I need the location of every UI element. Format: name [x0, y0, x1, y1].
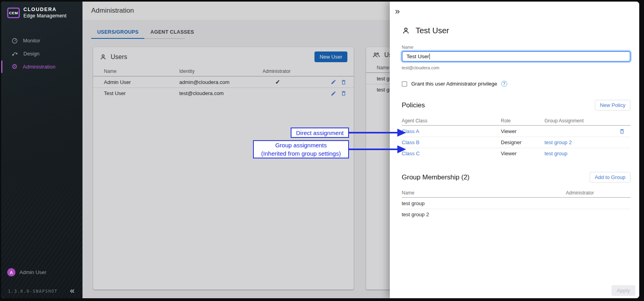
col-role: Role: [501, 118, 544, 124]
sidebar-item-monitor[interactable]: Monitor: [1, 34, 82, 47]
group-membership-table: Name Administrator test group test group…: [402, 188, 631, 220]
col-name: Name: [402, 190, 566, 196]
annotation-group-assignments: Group assignments (Inherited from group …: [253, 140, 349, 158]
sidebar-item-label: Design: [23, 51, 39, 57]
admin-privilege-label: Grant this user Administrator privilege: [411, 81, 497, 87]
annotation-direct-assignment: Direct assignment: [291, 128, 349, 138]
annotation-text: Direct assignment: [291, 130, 348, 136]
add-to-group-button[interactable]: Add to Group: [590, 172, 631, 183]
policies-table-header: Agent Class Role Group Assignment: [402, 116, 631, 126]
policy-role: Viewer: [501, 128, 544, 134]
current-user[interactable]: A Admin User: [7, 268, 46, 276]
sidebar-item-design[interactable]: Design: [1, 47, 82, 60]
drawer-close-icon[interactable]: »: [395, 6, 400, 17]
sidebar-collapse-icon[interactable]: «: [70, 286, 75, 295]
sidebar-item-administration[interactable]: ⚙ Administration: [1, 60, 82, 73]
apply-button[interactable]: Apply: [611, 285, 635, 296]
agent-class-link[interactable]: Class C: [402, 150, 501, 156]
current-user-name: Admin User: [19, 269, 46, 275]
sidebar-item-label: Monitor: [23, 38, 40, 44]
drawer-title-row: Test User: [402, 26, 631, 35]
agent-class-link[interactable]: Class B: [402, 139, 501, 145]
annotation-arrow-head: [397, 129, 406, 137]
agent-class-link[interactable]: Class A: [402, 128, 501, 134]
membership-row[interactable]: test group 2: [402, 209, 631, 220]
sidebar: CEM CLOUDERA Edge Management Monitor: [1, 2, 82, 298]
sidebar-nav: Monitor Design ⚙ Administration: [1, 34, 82, 73]
user-name-input[interactable]: Test User: [402, 51, 631, 62]
policies-table: Agent Class Role Group Assignment Class …: [402, 116, 631, 159]
annotation-text: Group assignments: [254, 141, 348, 149]
policy-row-class-a: Class A Viewer: [402, 126, 631, 137]
drawer-title: Test User: [416, 26, 449, 35]
app-window: Administration USERS/GROUPS AGENT CLASSE…: [1, 2, 639, 298]
sidebar-item-label: Administration: [23, 64, 55, 70]
delete-icon[interactable]: [619, 128, 631, 134]
brand-cloudera: CLOUDERA: [23, 7, 67, 13]
col-agent-class: Agent Class: [402, 118, 501, 124]
cem-logo: CEM: [7, 8, 20, 18]
design-flow-icon: [12, 51, 18, 57]
user-identity-text: test@cloudera.com: [402, 65, 631, 70]
policies-title: Policies: [402, 101, 425, 109]
name-field-label: Name: [402, 45, 631, 50]
user-icon: [402, 27, 410, 35]
monitor-icon: [12, 38, 18, 44]
group-assignment-link[interactable]: test group: [544, 150, 612, 156]
membership-row[interactable]: test group: [402, 198, 631, 209]
avatar: A: [7, 268, 15, 276]
membership-table-header: Name Administrator: [402, 188, 631, 198]
annotation-arrow-line: [349, 132, 397, 133]
annotation-arrow-line: [349, 149, 397, 150]
policies-header: Policies New Policy: [402, 100, 631, 110]
policy-role: Designer: [501, 139, 544, 145]
brand-edge-management: Edge Management: [23, 13, 67, 19]
user-detail-drawer: » Test User Name Test User test@cloudera…: [390, 2, 639, 298]
policy-row-class-c: Class C Viewer test group: [402, 148, 631, 159]
membership-group-name: test group: [402, 200, 566, 206]
annotation-text: (Inherited from group settings): [254, 149, 348, 158]
col-administrator: Administrator: [566, 190, 594, 196]
policy-row-class-b: Class B Designer test group 2: [402, 137, 631, 148]
annotation-arrow-head: [397, 145, 406, 153]
admin-privilege-checkbox[interactable]: [402, 81, 407, 87]
new-policy-button[interactable]: New Policy: [595, 100, 631, 110]
membership-group-name: test group 2: [402, 211, 566, 217]
text-caret: [429, 53, 430, 59]
brand: CEM CLOUDERA Edge Management: [1, 2, 82, 19]
gear-icon: ⚙: [12, 63, 17, 70]
admin-privilege-row: Grant this user Administrator privilege …: [402, 81, 631, 87]
help-icon[interactable]: ?: [501, 81, 507, 87]
version-label: 1.3.0.0-SNAPSHOT: [8, 289, 58, 293]
policy-role: Viewer: [501, 150, 544, 156]
user-name-value: Test User: [406, 53, 429, 59]
group-membership-header: Group Membership (2) Add to Group: [402, 172, 631, 183]
group-membership-title: Group Membership (2): [402, 173, 470, 181]
col-group-assignment: Group Assignment: [544, 118, 612, 124]
group-assignment-link[interactable]: test group 2: [544, 139, 612, 145]
